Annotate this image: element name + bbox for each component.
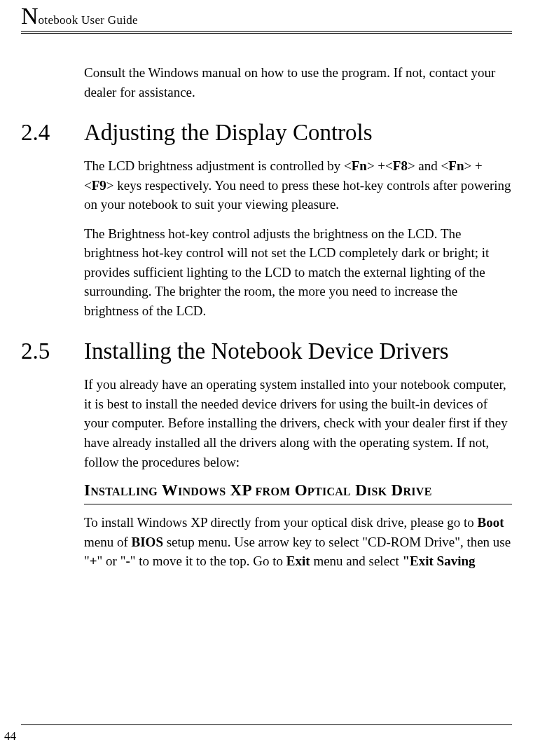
body-paragraph: If you already have an operating system … — [84, 375, 512, 472]
text-run: To install Windows XP directly from your… — [84, 515, 477, 530]
body-paragraph: To install Windows XP directly from your… — [84, 513, 512, 571]
text-run: The LCD brightness adjustment is control… — [84, 158, 352, 173]
text-run: Fn — [448, 158, 464, 173]
header-rule-thick — [21, 31, 512, 32]
text-run: The Brightness hot-key control adjusts t… — [84, 226, 489, 318]
section-2-5: 2.5 Installing the Notebook Device Drive… — [84, 338, 512, 365]
section-title: Installing the Notebook Device Drivers — [84, 338, 512, 365]
text-run: > +< — [367, 158, 393, 173]
text-run: Boot — [477, 515, 504, 530]
text-run: Fn — [352, 158, 367, 173]
intro-paragraph: Consult the Windows manual on how to use… — [84, 63, 512, 102]
text-run: > keys respectively. You need to press t… — [84, 178, 511, 212]
text-run: F8 — [393, 158, 408, 173]
section-number: 2.4 — [21, 120, 77, 146]
text-run: + — [90, 554, 97, 568]
text-run: > and < — [408, 158, 448, 173]
body-paragraph: The LCD brightness adjustment is control… — [84, 156, 512, 214]
header-dropcap: N — [21, 3, 39, 29]
text-run: menu and select — [310, 554, 403, 568]
section-number: 2.5 — [21, 338, 77, 365]
section-2-4: 2.4 Adjusting the Display Controls — [84, 120, 512, 146]
text-run: BIOS — [132, 535, 163, 549]
subsection-rule — [84, 504, 512, 504]
running-header: Notebook User Guide — [21, 4, 512, 28]
text-run: menu of — [84, 535, 132, 549]
text-run: " to move it to the top. Go to — [130, 554, 286, 568]
body-paragraph: The Brightness hot-key control adjusts t… — [84, 224, 512, 321]
header-title: otebook User Guide — [39, 13, 138, 27]
text-run: "Exit Saving — [403, 554, 476, 568]
page: Notebook User Guide Consult the Windows … — [0, 0, 533, 756]
footer-rule — [21, 724, 512, 725]
page-footer: 44 — [21, 724, 512, 743]
page-number: 44 — [4, 729, 512, 743]
text-run: " or " — [97, 554, 126, 568]
subsection-heading-block: Installing Windows XP from Optical Disk … — [84, 481, 512, 504]
section-title: Adjusting the Display Controls — [84, 120, 512, 146]
body-content: Consult the Windows manual on how to use… — [84, 34, 512, 571]
subsection-heading: Installing Windows XP from Optical Disk … — [84, 481, 512, 501]
text-run: F9 — [92, 178, 106, 193]
text-run: Exit — [286, 554, 310, 568]
text-run: If you already have an operating system … — [84, 377, 508, 469]
